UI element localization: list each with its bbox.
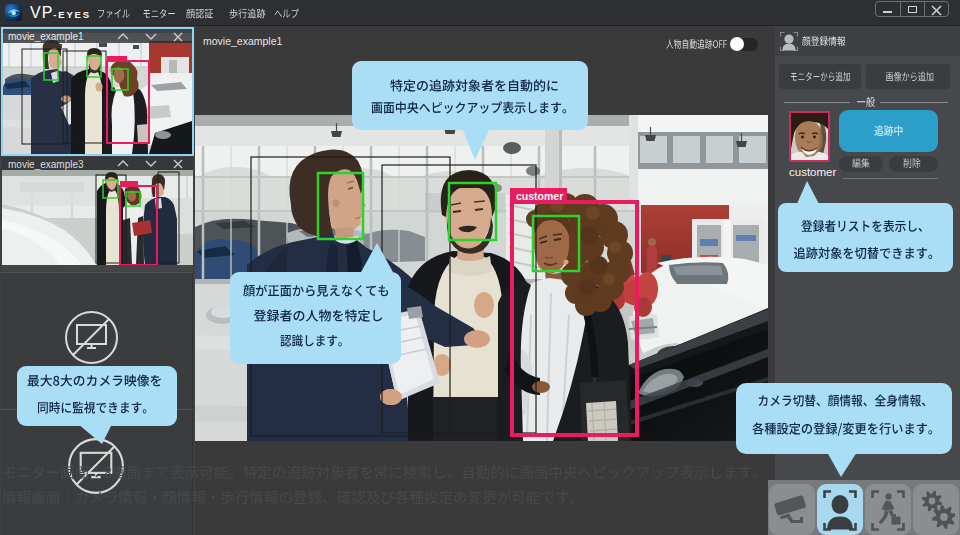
svg-text:customer: customer — [516, 190, 563, 202]
